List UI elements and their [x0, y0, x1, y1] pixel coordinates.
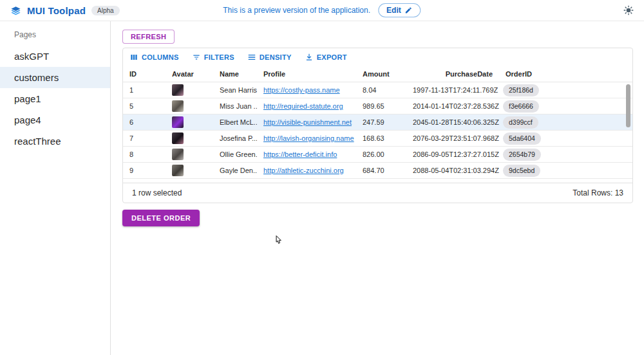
cell-amount: 826.00	[356, 150, 413, 158]
profile-link[interactable]: https://better-deficit.info	[263, 150, 337, 158]
cell-purchase-date: 1997-11-13T17:24:11.769Z	[413, 86, 499, 94]
cell-order-id: d399ccf	[499, 116, 632, 129]
sidebar-nav: askGPTcustomerspage1page4reactThree	[0, 46, 110, 152]
grid-toolbar-button-label: DENSITY	[260, 53, 292, 61]
sidebar-item-page1[interactable]: page1	[0, 88, 110, 109]
cell-order-id: 5da6404	[499, 132, 632, 145]
column-header-avatar[interactable]: Avatar	[166, 70, 213, 78]
topbar: MUI Toolpad Alpha This is a preview vers…	[0, 0, 644, 21]
avatar	[172, 149, 184, 160]
preview-banner-text: This is a preview version of the applica…	[223, 6, 370, 15]
alpha-badge: Alpha	[91, 6, 120, 15]
cell-purchase-date: 2076-03-29T23:51:07.968Z	[413, 134, 499, 142]
order-id-chip: f3e6666	[503, 100, 539, 113]
edit-button-label: Edit	[386, 6, 401, 15]
cell-name: Ollie Green...	[213, 150, 257, 158]
total-rows: Total Rows: 13	[573, 188, 623, 197]
cell-avatar	[166, 149, 213, 160]
profile-link[interactable]: https://costly-pass.name	[263, 86, 340, 94]
cell-profile: http://required-statute.org	[257, 102, 356, 110]
grid-toolbar-button-label: FILTERS	[204, 53, 234, 61]
cell-name: Sean Harris	[213, 86, 257, 94]
grid-toolbar-export-button[interactable]: EXPORT	[305, 53, 347, 62]
cell-avatar	[166, 116, 213, 128]
column-header-orderid[interactable]: OrderID	[499, 70, 632, 78]
avatar	[172, 84, 184, 96]
cell-order-id: 25f186d	[499, 84, 632, 96]
cell-id: 6	[123, 118, 166, 126]
cell-order-id: 9dc5ebd	[499, 165, 632, 177]
order-id-chip: 9dc5ebd	[503, 165, 540, 177]
cell-purchase-date: 2088-05-04T02:31:03.294Z	[413, 167, 499, 174]
order-id-chip: d399ccf	[503, 116, 538, 129]
table-row[interactable]: 7Josefina P...http://lavish-organising.n…	[123, 131, 632, 147]
cell-name: Miss Juan ...	[213, 102, 257, 110]
cell-profile: http://lavish-organising.name	[257, 134, 356, 142]
table-row[interactable]: 9Gayle Den...http://athletic-zucchini.or…	[123, 163, 632, 179]
mouse-cursor	[273, 235, 283, 249]
toolpad-logo-icon	[10, 5, 21, 16]
cell-avatar	[166, 100, 213, 112]
table-row[interactable]: 8Ollie Green...https://better-deficit.in…	[123, 147, 632, 163]
topbar-branding: MUI Toolpad Alpha	[10, 5, 120, 16]
grid-header-row: IDAvatarNameProfileAmountPurchaseDateOrd…	[123, 66, 632, 82]
delete-order-button[interactable]: DELETE ORDER	[122, 210, 200, 226]
cell-id: 8	[123, 150, 166, 158]
edit-button[interactable]: Edit	[378, 3, 421, 17]
export-icon	[305, 53, 314, 62]
grid-toolbar-filters-button[interactable]: FILTERS	[192, 53, 234, 62]
theme-toggle-button[interactable]	[623, 5, 634, 15]
cell-amount: 168.63	[356, 134, 413, 142]
sidebar-caption: Pages	[0, 25, 110, 46]
profile-link[interactable]: http://visible-punishment.net	[263, 118, 352, 126]
cell-id: 1	[123, 86, 166, 94]
cell-order-id: 2654b79	[499, 149, 632, 161]
sidebar-item-askGPT[interactable]: askGPT	[0, 46, 110, 67]
sidebar-item-reactThree[interactable]: reactThree	[0, 131, 110, 152]
vertical-scrollbar-thumb[interactable]	[626, 84, 630, 127]
avatar	[172, 116, 184, 128]
filter-icon	[192, 53, 201, 62]
pencil-icon	[405, 6, 413, 14]
cell-id: 9	[123, 167, 166, 174]
data-grid: COLUMNSFILTERSDENSITYEXPORT IDAvatarName…	[122, 48, 633, 203]
grid-toolbar-button-label: EXPORT	[317, 53, 347, 61]
profile-link[interactable]: http://lavish-organising.name	[263, 134, 354, 142]
grid-toolbar: COLUMNSFILTERSDENSITYEXPORT	[123, 48, 632, 66]
column-header-name[interactable]: Name	[213, 70, 257, 78]
profile-link[interactable]: http://athletic-zucchini.org	[263, 167, 344, 174]
grid-toolbar-columns-button[interactable]: COLUMNS	[129, 53, 179, 62]
cell-avatar	[166, 84, 213, 96]
cell-profile: https://better-deficit.info	[257, 150, 356, 158]
profile-link[interactable]: http://required-statute.org	[263, 102, 343, 110]
cell-avatar	[166, 132, 213, 144]
columns-icon	[129, 53, 138, 62]
grid-footer: 1 row selected Total Rows: 13	[123, 183, 632, 203]
table-row[interactable]: 1Sean Harrishttps://costly-pass.name8.04…	[123, 82, 632, 98]
column-header-id[interactable]: ID	[123, 70, 166, 78]
column-header-amount[interactable]: Amount	[356, 70, 413, 78]
cell-purchase-date: 2086-09-05T12:37:27.015Z	[413, 150, 499, 158]
density-icon	[247, 53, 256, 62]
column-header-profile[interactable]: Profile	[257, 70, 356, 78]
cell-name: Elbert McL...	[213, 118, 257, 126]
sidebar-item-page4[interactable]: page4	[0, 109, 110, 131]
table-row[interactable]: 5Miss Juan ...http://required-statute.or…	[123, 98, 632, 114]
refresh-button[interactable]: REFRESH	[122, 30, 175, 44]
cell-amount: 8.04	[356, 86, 413, 94]
cell-amount: 989.65	[356, 102, 413, 110]
grid-toolbar-density-button[interactable]: DENSITY	[247, 53, 292, 62]
sidebar-item-customers[interactable]: customers	[0, 67, 110, 88]
cell-amount: 247.59	[356, 118, 413, 126]
table-row[interactable]: 6Elbert McL...http://visible-punishment.…	[123, 114, 632, 131]
cell-profile: https://costly-pass.name	[257, 86, 356, 94]
order-id-chip: 25f186d	[503, 84, 539, 96]
column-header-purchasedate[interactable]: PurchaseDate	[413, 70, 499, 78]
avatar	[172, 165, 184, 176]
cell-name: Gayle Den...	[213, 167, 257, 174]
cell-id: 5	[123, 102, 166, 110]
cell-id: 7	[123, 134, 166, 142]
cell-purchase-date: 2014-01-14T02:37:28.536Z	[413, 102, 499, 110]
sun-icon	[623, 5, 634, 15]
cell-profile: http://visible-punishment.net	[257, 118, 356, 126]
